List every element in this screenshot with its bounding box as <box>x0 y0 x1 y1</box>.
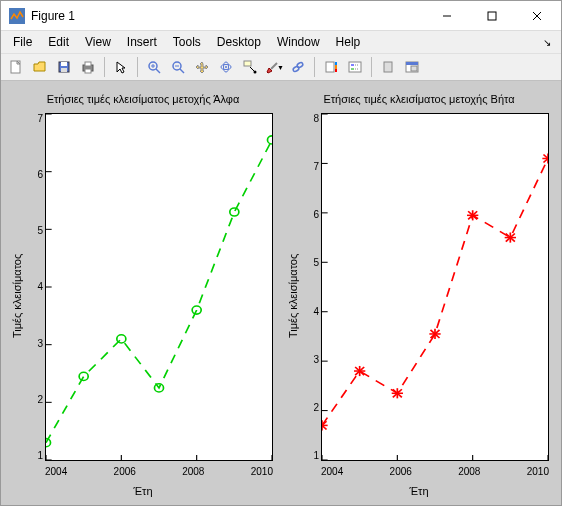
svg-point-54 <box>117 335 126 343</box>
y-axis-label: Τιμές κλεισίματος <box>285 109 301 483</box>
x-axis-label: Έτη <box>133 485 152 497</box>
svg-point-58 <box>267 136 272 144</box>
y-axis-label: Τιμές κλεισίματος <box>9 109 25 483</box>
minimize-button[interactable] <box>424 1 469 30</box>
menu-edit[interactable]: Edit <box>40 33 77 51</box>
rotate-button[interactable] <box>215 56 237 78</box>
plot-area[interactable] <box>321 113 549 461</box>
svg-point-24 <box>254 71 257 74</box>
x-axis-label: Έτη <box>409 485 428 497</box>
svg-rect-39 <box>406 62 418 65</box>
svg-rect-7 <box>61 62 67 66</box>
menu-desktop[interactable]: Desktop <box>209 33 269 51</box>
subplot-1: Ετήσιες τιμές κλεισίματος μετοχής Άλφα Τ… <box>9 93 277 497</box>
maximize-button[interactable] <box>469 1 514 30</box>
svg-line-13 <box>156 69 160 73</box>
toolbar-separator <box>371 57 372 77</box>
title-bar: Figure 1 <box>1 1 561 31</box>
toolbar-separator <box>104 57 105 77</box>
svg-rect-30 <box>335 62 337 65</box>
new-figure-button[interactable] <box>5 56 27 78</box>
close-button[interactable] <box>514 1 559 30</box>
menu-tools[interactable]: Tools <box>165 33 209 51</box>
svg-point-57 <box>230 208 239 216</box>
figure-area: Ετήσιες τιμές κλεισίματος μετοχής Άλφα Τ… <box>1 81 561 505</box>
toolbar-separator <box>314 57 315 77</box>
toolbar: ▼ <box>1 53 561 81</box>
chart-title: Ετήσιες τιμές κλεισίματος μετοχής Άλφα <box>47 93 240 105</box>
svg-rect-10 <box>85 62 91 66</box>
figure-window: Figure 1 File Edit View Insert Tools Des… <box>0 0 562 506</box>
menu-window[interactable]: Window <box>269 33 328 51</box>
menu-file[interactable]: File <box>5 33 40 51</box>
window-title: Figure 1 <box>31 9 424 23</box>
zoom-in-button[interactable] <box>143 56 165 78</box>
print-button[interactable] <box>77 56 99 78</box>
menu-help[interactable]: Help <box>328 33 369 51</box>
svg-rect-11 <box>85 69 91 73</box>
app-icon <box>9 8 25 24</box>
svg-rect-8 <box>61 68 67 72</box>
pointer-button[interactable] <box>110 56 132 78</box>
colorbar-button[interactable] <box>320 56 342 78</box>
zoom-out-button[interactable] <box>167 56 189 78</box>
svg-rect-22 <box>244 61 251 66</box>
svg-rect-28 <box>326 62 334 72</box>
plot-area[interactable] <box>45 113 273 461</box>
svg-point-53 <box>79 372 88 380</box>
pan-button[interactable] <box>191 56 213 78</box>
hide-tools-button[interactable] <box>377 56 399 78</box>
svg-point-27 <box>296 62 303 68</box>
svg-point-21 <box>225 66 227 68</box>
axes-2[interactable]: 87654321 2004200620082010 <box>301 109 553 483</box>
svg-rect-40 <box>411 66 417 71</box>
toolbar-separator <box>137 57 138 77</box>
link-button[interactable] <box>287 56 309 78</box>
chart-title: Ετήσιες τιμές κλεισίματος μετοχής Βήτα <box>323 93 514 105</box>
open-button[interactable] <box>29 56 51 78</box>
datacursor-button[interactable] <box>239 56 261 78</box>
y-ticks: 87654321 <box>301 113 319 461</box>
svg-rect-37 <box>384 62 392 72</box>
svg-rect-31 <box>335 69 337 72</box>
svg-rect-32 <box>349 62 361 72</box>
dock-button[interactable] <box>401 56 423 78</box>
x-ticks: 2004200620082010 <box>321 466 549 477</box>
svg-line-17 <box>180 69 184 73</box>
axes-1[interactable]: 7654321 2004200620082010 <box>25 109 277 483</box>
menu-view[interactable]: View <box>77 33 119 51</box>
y-ticks: 7654321 <box>25 113 43 461</box>
menu-insert[interactable]: Insert <box>119 33 165 51</box>
save-button[interactable] <box>53 56 75 78</box>
legend-button[interactable] <box>344 56 366 78</box>
menu-bar: File Edit View Insert Tools Desktop Wind… <box>1 31 561 53</box>
svg-rect-2 <box>488 12 496 20</box>
brush-button[interactable]: ▼ <box>263 56 285 78</box>
x-ticks: 2004200620082010 <box>45 466 273 477</box>
undock-icon[interactable]: ↘ <box>543 37 557 48</box>
subplot-2: Ετήσιες τιμές κλεισίματος μετοχής Βήτα Τ… <box>285 93 553 497</box>
